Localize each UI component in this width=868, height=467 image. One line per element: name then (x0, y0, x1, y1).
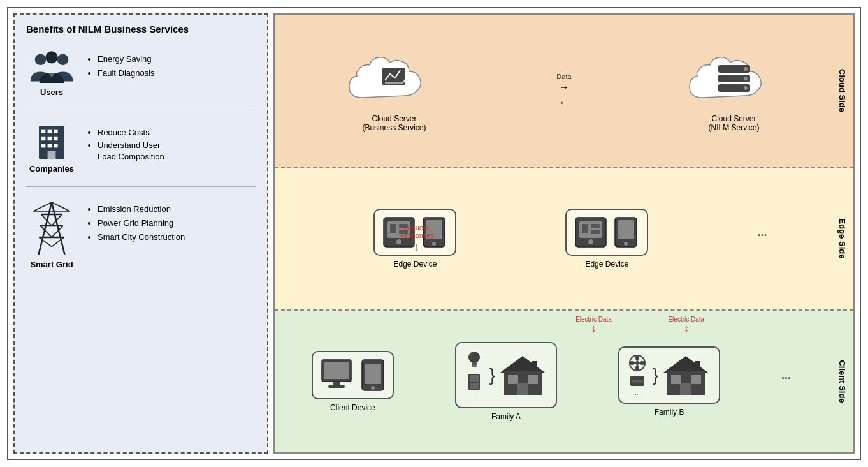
svg-line-15 (52, 202, 64, 255)
edge-device-2-area: Edge Device (565, 209, 648, 269)
svg-point-63 (371, 386, 375, 390)
ac-icon (629, 374, 646, 387)
smartgrid-bullet-2: Power Grid Planning (98, 216, 185, 230)
cloud-nilm-shape (683, 50, 785, 110)
svg-marker-85 (663, 356, 708, 373)
cloud-side-label: Cloud Side (837, 69, 847, 112)
edge-device-2-label: Edge Device (585, 260, 628, 269)
electric-data-2: Electric Data ↕ (668, 316, 704, 334)
family-b-area: ... } (618, 346, 720, 417)
house-a-icon (499, 355, 547, 396)
client-device-area: Client Device (312, 351, 394, 412)
fridge-icon (467, 373, 481, 392)
client-side-label: Client Side (837, 360, 847, 403)
svg-line-25 (33, 202, 52, 211)
svg-rect-12 (54, 144, 57, 147)
svg-point-37 (744, 77, 748, 80)
svg-rect-68 (470, 375, 479, 382)
svg-rect-55 (618, 220, 634, 239)
edge-dots: ... (757, 226, 767, 239)
family-a-box: ... } (455, 342, 557, 408)
smartgrid-bullets: Emission Reduction Power Grid Planning S… (87, 200, 185, 244)
edge-device-1-label: Edge Device (393, 260, 437, 269)
svg-rect-60 (328, 385, 345, 388)
cloud-nilm-box: Cloud Server(NILM Service) (683, 50, 785, 132)
svg-point-64 (468, 352, 480, 363)
family-b-box: ... } (618, 346, 720, 404)
cloud-business-shape (343, 50, 445, 110)
svg-rect-59 (333, 382, 340, 385)
svg-rect-8 (48, 137, 52, 140)
svg-rect-7 (41, 137, 45, 140)
svg-rect-13 (48, 151, 56, 159)
svg-rect-69 (470, 383, 479, 389)
fan-icon (628, 354, 646, 372)
companies-bullets: Reduce Costs Understand UserLoad Composi… (87, 123, 164, 163)
cloud-nilm-label: Cloud Server(NILM Service) (709, 114, 760, 132)
family-a-icons: ... } (465, 350, 547, 401)
users-svg-icon (29, 50, 74, 85)
svg-rect-87 (671, 375, 681, 384)
svg-rect-88 (691, 375, 701, 384)
users-icon-area: Users (26, 50, 77, 97)
users-bullets: Energy Saving Fault Diagnosis (87, 50, 155, 80)
users-bullet-2: Fault Diagnosis (98, 66, 155, 80)
svg-line-26 (52, 202, 70, 211)
svg-rect-5 (48, 130, 52, 133)
edge-device-2-icon-b (612, 216, 639, 248)
smartgrid-section: Smart Grid Emission Reduction Power Grid… (26, 195, 256, 274)
smartgrid-bullet-1: Emission Reduction (98, 202, 185, 216)
svg-rect-4 (41, 130, 45, 133)
divider-2 (26, 186, 256, 187)
svg-line-14 (39, 202, 52, 255)
lightbulb-icon (465, 350, 483, 370)
svg-point-38 (744, 86, 748, 90)
svg-point-80 (635, 365, 639, 371)
svg-rect-58 (324, 362, 349, 379)
client-device-label: Client Device (330, 403, 375, 412)
data-label: Data (556, 73, 571, 80)
svg-point-77 (635, 361, 639, 365)
family-a-label: Family A (491, 412, 521, 421)
svg-rect-62 (365, 364, 381, 384)
client-dots: ... (781, 369, 791, 382)
electric-data-2-label: Electric Data (668, 316, 704, 323)
edge-side-label: Edge Side (837, 219, 847, 259)
svg-point-56 (624, 242, 628, 246)
svg-rect-75 (532, 361, 537, 370)
electric-data-1: Electric Data ↕ (575, 316, 612, 334)
edge-device-2-icons (574, 216, 639, 248)
svg-rect-72 (508, 375, 518, 384)
svg-rect-41 (390, 224, 396, 233)
client-side: Client Device (275, 311, 853, 452)
svg-rect-65 (472, 362, 477, 365)
request-response-label: Request,Responses (399, 224, 434, 239)
smartgrid-label: Smart Grid (30, 260, 73, 269)
edge-device-2-icon-a (574, 216, 607, 248)
right-panel: Cloud Server(Business Service) Data → ← (273, 13, 855, 454)
svg-marker-70 (500, 356, 545, 373)
cloud-side: Cloud Server(Business Service) Data → ← (275, 15, 853, 168)
cloud-business-box: Cloud Server(Business Service) (343, 50, 445, 132)
client-device-box (312, 351, 394, 399)
main-container: Benefits of NILM Business Services Users (7, 7, 861, 460)
cloud-business-label: Cloud Server(Business Service) (362, 114, 426, 132)
svg-rect-50 (582, 224, 588, 233)
building-svg-icon (36, 123, 68, 161)
svg-rect-74 (517, 383, 528, 395)
svg-rect-10 (41, 144, 45, 147)
svg-point-78 (635, 355, 639, 361)
family-b-label: Family B (655, 408, 684, 417)
request-response-area: Request,Responses ↕ (399, 224, 434, 254)
companies-label: Companies (29, 164, 74, 174)
svg-rect-66 (472, 365, 477, 367)
svg-rect-11 (48, 144, 52, 147)
svg-point-53 (588, 239, 593, 244)
left-panel-title: Benefits of NILM Business Services (26, 24, 256, 34)
users-label: Users (40, 87, 63, 97)
svg-rect-6 (54, 130, 57, 133)
edge-side: Request,Responses ↕ (275, 168, 853, 311)
users-section: Users Energy Saving Fault Diagnosis (26, 45, 256, 102)
smartgrid-bullet-3: Smart City Construction (98, 230, 185, 244)
edge-device-2-box (565, 209, 648, 256)
